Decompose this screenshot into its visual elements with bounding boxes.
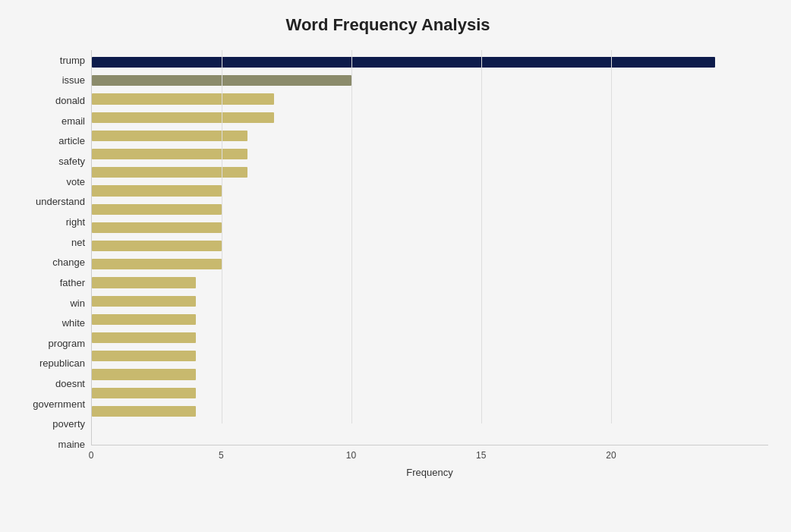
bar-doesnt bbox=[92, 351, 196, 361]
y-label-father: father bbox=[60, 278, 85, 288]
y-label-vote: vote bbox=[66, 177, 85, 187]
y-label-safety: safety bbox=[58, 156, 85, 166]
y-label-donald: donald bbox=[55, 96, 85, 105]
bar-change bbox=[92, 241, 222, 251]
grid-line-20 bbox=[611, 50, 612, 423]
bar-email bbox=[92, 112, 274, 123]
bar-row-change bbox=[92, 237, 768, 255]
bar-net bbox=[92, 222, 222, 233]
grid-line-15 bbox=[481, 50, 482, 423]
bar-vote bbox=[92, 167, 247, 178]
x-tick-10: 10 bbox=[346, 450, 356, 461]
bar-safety bbox=[92, 149, 247, 159]
bar-trump bbox=[92, 57, 715, 68]
y-label-net: net bbox=[71, 238, 85, 247]
y-label-right: right bbox=[66, 217, 85, 227]
bar-row-donald bbox=[92, 90, 768, 108]
bar-row-net bbox=[92, 219, 768, 237]
y-axis: trumpissuedonaldemailarticlesafetyvoteun… bbox=[8, 50, 91, 476]
y-label-article: article bbox=[58, 136, 85, 146]
bar-row-father bbox=[92, 255, 768, 273]
chart-title: Word Frequency Analysis bbox=[8, 15, 768, 35]
bars-wrapper bbox=[91, 50, 768, 445]
y-label-doesnt: doesnt bbox=[55, 379, 85, 389]
bar-row-poverty bbox=[92, 384, 768, 402]
bar-win bbox=[92, 277, 196, 288]
bar-white bbox=[92, 296, 196, 307]
y-label-government: government bbox=[33, 399, 85, 409]
y-label-trump: trump bbox=[60, 55, 85, 65]
bar-row-vote bbox=[92, 163, 768, 181]
chart-container: Word Frequency Analysis trumpissuedonald… bbox=[0, 0, 791, 532]
y-label-change: change bbox=[52, 257, 85, 267]
x-tick-5: 5 bbox=[219, 450, 224, 461]
bar-row-program bbox=[92, 310, 768, 329]
grid-line-5 bbox=[222, 50, 222, 423]
bar-row-white bbox=[92, 292, 768, 310]
bar-row-maine bbox=[92, 402, 768, 420]
bar-row-right bbox=[92, 200, 768, 219]
y-label-win: win bbox=[70, 298, 85, 308]
bar-government bbox=[92, 369, 196, 379]
x-tick-20: 20 bbox=[606, 450, 616, 461]
y-label-white: white bbox=[62, 318, 85, 328]
bar-row-email bbox=[92, 109, 768, 127]
bar-row-article bbox=[92, 127, 768, 145]
bar-row-government bbox=[92, 365, 768, 383]
bar-row-trump bbox=[92, 53, 768, 71]
bar-father bbox=[92, 259, 222, 269]
bar-right bbox=[92, 204, 222, 215]
bar-row-republican bbox=[92, 329, 768, 347]
chart-area: trumpissuedonaldemailarticlesafetyvoteun… bbox=[8, 50, 768, 476]
bar-maine bbox=[92, 406, 196, 417]
bar-program bbox=[92, 314, 196, 325]
y-label-maine: maine bbox=[58, 439, 85, 449]
grid-line-10 bbox=[351, 50, 352, 423]
bar-poverty bbox=[92, 388, 196, 398]
bar-row-safety bbox=[92, 145, 768, 163]
x-axis-title: Frequency bbox=[91, 467, 768, 478]
y-label-program: program bbox=[49, 338, 85, 348]
bars-container bbox=[92, 50, 768, 423]
bar-row-win bbox=[92, 273, 768, 291]
y-label-understand: understand bbox=[36, 197, 85, 206]
bar-understand bbox=[92, 185, 222, 196]
bar-row-doesnt bbox=[92, 347, 768, 365]
y-label-issue: issue bbox=[62, 75, 85, 85]
bar-row-understand bbox=[92, 181, 768, 200]
x-axis-area: 05101520 Frequency bbox=[91, 445, 768, 476]
bar-row-issue bbox=[92, 71, 768, 90]
bar-article bbox=[92, 131, 247, 141]
x-tick-0: 0 bbox=[89, 450, 94, 461]
y-label-email: email bbox=[61, 116, 85, 126]
plot-area: 05101520 Frequency bbox=[91, 50, 768, 476]
bar-donald bbox=[92, 93, 274, 104]
y-label-republican: republican bbox=[39, 358, 85, 368]
y-label-poverty: poverty bbox=[52, 419, 85, 429]
bar-republican bbox=[92, 332, 196, 343]
x-tick-15: 15 bbox=[476, 450, 486, 461]
